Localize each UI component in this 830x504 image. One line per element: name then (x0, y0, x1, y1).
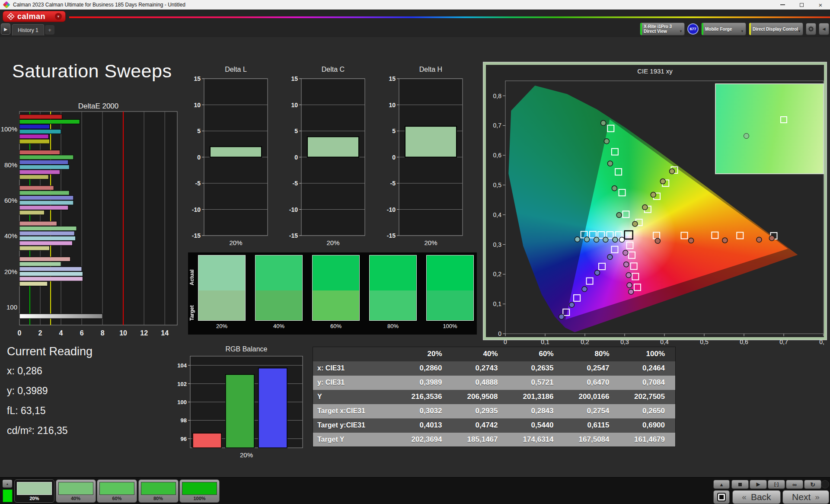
svg-text:-5: -5 (293, 180, 298, 187)
svg-text:96: 96 (181, 436, 187, 442)
svg-text:-10: -10 (289, 206, 298, 213)
tile-color-swatch (99, 482, 134, 495)
svg-text:0,5: 0,5 (493, 182, 502, 188)
back-button[interactable]: « Back (732, 490, 781, 504)
svg-text:0,6: 0,6 (740, 338, 748, 345)
swatch-stack (312, 255, 360, 321)
table-cell: 0,6470 (564, 376, 620, 390)
refresh-button[interactable]: ↻ (804, 480, 821, 489)
delta-c-chart: Delta C-15-10-505101520% (285, 63, 369, 251)
stop-button[interactable] (731, 480, 749, 489)
actual-swatch (370, 255, 416, 290)
actual-target-swatch-panel: Actual Target 20%40%60%80%100% (188, 252, 477, 335)
svg-text:12: 12 (140, 329, 148, 337)
close-button[interactable]: × (811, 0, 830, 10)
transport-up-button[interactable]: ▲ (713, 480, 730, 489)
tile-percent-label: 100% (180, 496, 219, 501)
table-header-100%: 100% (620, 347, 676, 361)
meter-label: Mobile Forge (705, 27, 732, 32)
stop-measure-button[interactable] (713, 490, 730, 504)
saturation-tile-20%[interactable]: 20% (14, 479, 54, 503)
current-patch-color (3, 489, 13, 502)
swatch-column-40%: 40% (255, 255, 303, 329)
target-swatch (198, 290, 245, 320)
swatch-column-20%: 20% (198, 255, 246, 329)
row-label: Target Y (313, 433, 397, 447)
table-cell: 0,7084 (620, 376, 676, 390)
table-cell: 0,2635 (508, 361, 564, 376)
svg-text:10: 10 (291, 102, 298, 108)
table-cell: 0,4888 (453, 376, 508, 390)
meter-button-mobile-forge[interactable]: Mobile Forge▼ (701, 22, 746, 35)
saturation-tile-60%[interactable]: 60% (97, 479, 137, 503)
current-reading-value: x: 0,286 (7, 365, 93, 377)
swatch-percent-label: 80% (369, 323, 417, 329)
meter-button-x-rite-i1pro-3[interactable]: X-Rite i1Pro 3Direct View▼ (640, 22, 685, 35)
svg-text:0,5: 0,5 (700, 338, 709, 345)
back-chevron-icon: « (742, 492, 747, 502)
chevron-down-icon: ▼ (798, 29, 801, 33)
expand-panel-button[interactable]: ▶ (1, 23, 10, 35)
row-label: y: CIE31 (313, 376, 397, 390)
meter-button-direct-display-control[interactable]: Direct Display Control▼ (749, 22, 803, 35)
svg-text:102: 102 (177, 381, 187, 387)
tab-history-1[interactable]: History 1 (12, 24, 44, 35)
tile-color-swatch (182, 482, 217, 495)
svg-text:15: 15 (291, 75, 298, 82)
play-button[interactable]: ▶ (750, 480, 767, 489)
meter-status-stripe (749, 23, 751, 35)
table-header-20%: 20% (397, 347, 453, 361)
add-tab-button[interactable]: + (45, 25, 54, 35)
actual-swatch (313, 255, 359, 290)
svg-text:0: 0 (294, 154, 298, 161)
table-header-80%: 80% (564, 347, 620, 361)
read-single-button[interactable]: [·] (768, 480, 785, 489)
swatch-column-100%: 100% (426, 255, 474, 329)
table-cell: 0,2743 (453, 361, 508, 376)
settings-gear-button[interactable] (806, 23, 816, 35)
saturation-tile-40%[interactable]: 40% (56, 479, 96, 503)
table-row: Target y:CIE310,40130,47420,54400,61150,… (313, 418, 676, 433)
meter-reading-badge: 677 (687, 23, 699, 35)
meter-status-stripe (640, 23, 642, 35)
table-cell: 0,4742 (453, 418, 508, 433)
rgb-balance-chart: RGB Balance969810010210420% (173, 345, 307, 461)
saturation-tile-80%[interactable]: 80% (138, 479, 179, 503)
table-header-60%: 60% (508, 347, 564, 361)
table-row: Target Y202,3694185,1467174,6314167,5084… (313, 433, 676, 447)
maximize-button[interactable] (792, 0, 811, 10)
back-label: Back (751, 492, 771, 502)
svg-text:15: 15 (389, 75, 396, 82)
collapse-toolbar-button[interactable]: ◀ (819, 23, 829, 35)
minimize-button[interactable] (773, 0, 792, 10)
tile-percent-label: 40% (56, 496, 96, 501)
swatch-percent-label: 60% (312, 323, 360, 329)
svg-text:DeltaE 2000: DeltaE 2000 (78, 102, 119, 110)
svg-text:0,2: 0,2 (581, 338, 589, 345)
current-reading-block: Current Reading x: 0,286y: 0,3989fL: 63,… (7, 345, 93, 445)
saturation-tile-100%[interactable]: 100% (179, 479, 220, 503)
results-table: 20%40%60%80%100% x: CIE310,28600,27430,2… (313, 347, 676, 447)
svg-text:0,7: 0,7 (779, 338, 788, 345)
chevron-down-icon: ▼ (679, 29, 683, 33)
svg-text:20%: 20% (240, 451, 253, 459)
svg-text:4: 4 (59, 329, 63, 337)
calman-menu-button[interactable]: calman ▼ (3, 11, 66, 22)
swatch-column-80%: 80% (369, 255, 417, 329)
table-cell: 167,5084 (564, 433, 620, 447)
titlebar: Calman 2023 Calman Ultimate for Business… (0, 0, 830, 10)
swatch-stack (255, 255, 303, 321)
row-label: x: CIE31 (313, 361, 397, 376)
meter-status-stripe (702, 23, 703, 35)
svg-text:5: 5 (197, 128, 201, 134)
svg-text:Delta H: Delta H (419, 66, 442, 73)
read-continuous-button[interactable]: ∞ (786, 480, 803, 489)
svg-text:0,1: 0,1 (493, 300, 502, 307)
table-cell: 0,2754 (564, 404, 620, 418)
expand-up-button[interactable]: ▲ (3, 480, 12, 488)
table-cell: 0,2547 (564, 361, 620, 376)
next-button[interactable]: Next » (782, 490, 829, 504)
svg-text:98: 98 (181, 417, 187, 424)
svg-text:0: 0 (504, 338, 507, 345)
svg-text:0: 0 (498, 330, 501, 337)
